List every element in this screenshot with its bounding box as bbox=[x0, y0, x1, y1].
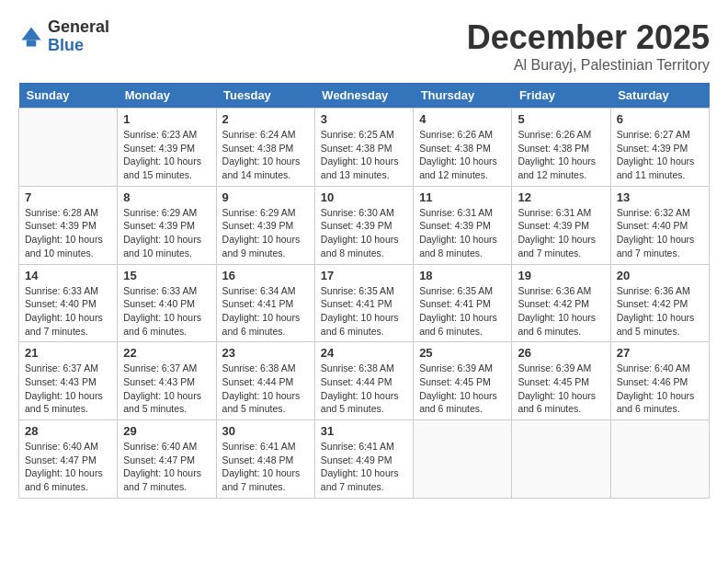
day-of-week-header: Saturday bbox=[610, 83, 709, 109]
day-number: 27 bbox=[617, 346, 703, 360]
calendar-day-cell: 15Sunrise: 6:33 AMSunset: 4:40 PMDayligh… bbox=[118, 264, 216, 342]
day-info: Sunrise: 6:31 AMSunset: 4:39 PMDaylight:… bbox=[518, 206, 604, 260]
day-info: Sunrise: 6:25 AMSunset: 4:38 PMDaylight:… bbox=[321, 128, 407, 182]
day-info: Sunrise: 6:28 AMSunset: 4:39 PMDaylight:… bbox=[25, 206, 111, 260]
calendar-day-cell: 3Sunrise: 6:25 AMSunset: 4:38 PMDaylight… bbox=[314, 109, 413, 187]
calendar-day-cell: 8Sunrise: 6:29 AMSunset: 4:39 PMDaylight… bbox=[118, 186, 216, 264]
calendar-day-cell: 10Sunrise: 6:30 AMSunset: 4:39 PMDayligh… bbox=[314, 186, 413, 264]
day-number: 1 bbox=[123, 112, 210, 126]
day-info: Sunrise: 6:26 AMSunset: 4:38 PMDaylight:… bbox=[518, 128, 604, 182]
calendar-day-cell: 11Sunrise: 6:31 AMSunset: 4:39 PMDayligh… bbox=[414, 186, 512, 264]
day-info: Sunrise: 6:39 AMSunset: 4:45 PMDaylight:… bbox=[518, 362, 604, 416]
calendar-day-cell: 23Sunrise: 6:38 AMSunset: 4:44 PMDayligh… bbox=[216, 342, 314, 420]
day-number: 29 bbox=[123, 424, 210, 438]
day-of-week-header: Monday bbox=[118, 83, 216, 109]
day-number: 21 bbox=[25, 346, 111, 360]
calendar-day-cell: 24Sunrise: 6:38 AMSunset: 4:44 PMDayligh… bbox=[314, 342, 413, 420]
logo-blue: Blue bbox=[48, 37, 109, 55]
day-number: 14 bbox=[25, 269, 111, 282]
day-number: 16 bbox=[222, 269, 309, 282]
day-number: 18 bbox=[419, 269, 506, 282]
calendar-day-cell: 5Sunrise: 6:26 AMSunset: 4:38 PMDaylight… bbox=[512, 109, 610, 187]
day-number: 8 bbox=[123, 190, 210, 204]
day-number: 19 bbox=[518, 269, 604, 282]
day-number: 23 bbox=[222, 346, 309, 360]
calendar-day-cell: 18Sunrise: 6:35 AMSunset: 4:41 PMDayligh… bbox=[414, 264, 512, 342]
day-info: Sunrise: 6:23 AMSunset: 4:39 PMDaylight:… bbox=[123, 128, 210, 182]
day-number: 22 bbox=[123, 346, 210, 360]
day-number: 25 bbox=[419, 346, 506, 360]
calendar-day-cell: 13Sunrise: 6:32 AMSunset: 4:40 PMDayligh… bbox=[610, 186, 709, 264]
calendar-day-cell: 19Sunrise: 6:36 AMSunset: 4:42 PMDayligh… bbox=[512, 264, 610, 342]
day-info: Sunrise: 6:35 AMSunset: 4:41 PMDaylight:… bbox=[419, 284, 506, 339]
day-number: 2 bbox=[222, 112, 309, 126]
logo-text: General Blue bbox=[48, 18, 109, 55]
day-of-week-header: Sunday bbox=[19, 83, 118, 109]
calendar-day-cell: 12Sunrise: 6:31 AMSunset: 4:39 PMDayligh… bbox=[512, 186, 610, 264]
calendar-day-cell: 1Sunrise: 6:23 AMSunset: 4:39 PMDaylight… bbox=[118, 109, 216, 187]
day-info: Sunrise: 6:30 AMSunset: 4:39 PMDaylight:… bbox=[321, 206, 407, 260]
day-info: Sunrise: 6:24 AMSunset: 4:38 PMDaylight:… bbox=[222, 128, 309, 182]
day-info: Sunrise: 6:37 AMSunset: 4:43 PMDaylight:… bbox=[123, 362, 210, 416]
svg-rect-1 bbox=[27, 40, 37, 46]
day-of-week-header: Friday bbox=[512, 83, 610, 109]
day-info: Sunrise: 6:38 AMSunset: 4:44 PMDaylight:… bbox=[222, 362, 309, 416]
day-number: 28 bbox=[25, 424, 111, 438]
calendar-day-cell bbox=[19, 109, 118, 187]
day-info: Sunrise: 6:41 AMSunset: 4:48 PMDaylight:… bbox=[222, 440, 309, 494]
calendar-week-row: 28Sunrise: 6:40 AMSunset: 4:47 PMDayligh… bbox=[19, 420, 710, 499]
day-info: Sunrise: 6:29 AMSunset: 4:39 PMDaylight:… bbox=[123, 206, 210, 260]
day-info: Sunrise: 6:38 AMSunset: 4:44 PMDaylight:… bbox=[321, 362, 407, 416]
day-number: 13 bbox=[617, 190, 703, 204]
day-info: Sunrise: 6:39 AMSunset: 4:45 PMDaylight:… bbox=[419, 362, 506, 416]
day-number: 7 bbox=[25, 190, 111, 204]
calendar-week-row: 7Sunrise: 6:28 AMSunset: 4:39 PMDaylight… bbox=[19, 186, 710, 264]
day-number: 4 bbox=[419, 112, 506, 126]
day-number: 3 bbox=[321, 112, 407, 126]
calendar-week-row: 14Sunrise: 6:33 AMSunset: 4:40 PMDayligh… bbox=[19, 264, 710, 342]
day-info: Sunrise: 6:35 AMSunset: 4:41 PMDaylight:… bbox=[321, 284, 407, 339]
day-number: 30 bbox=[222, 424, 309, 438]
day-number: 9 bbox=[222, 190, 309, 204]
day-number: 11 bbox=[419, 190, 506, 204]
day-number: 31 bbox=[321, 424, 407, 438]
calendar-week-row: 1Sunrise: 6:23 AMSunset: 4:39 PMDaylight… bbox=[19, 109, 710, 187]
day-info: Sunrise: 6:40 AMSunset: 4:46 PMDaylight:… bbox=[617, 362, 703, 416]
day-info: Sunrise: 6:40 AMSunset: 4:47 PMDaylight:… bbox=[25, 440, 111, 494]
day-info: Sunrise: 6:26 AMSunset: 4:38 PMDaylight:… bbox=[419, 128, 506, 182]
calendar-day-cell: 29Sunrise: 6:40 AMSunset: 4:47 PMDayligh… bbox=[118, 420, 216, 499]
page-header: General Blue December 2025 Al Burayj, Pa… bbox=[18, 18, 710, 74]
day-number: 10 bbox=[321, 190, 407, 204]
day-info: Sunrise: 6:36 AMSunset: 4:42 PMDaylight:… bbox=[518, 284, 604, 339]
calendar-day-cell bbox=[414, 420, 512, 499]
day-info: Sunrise: 6:32 AMSunset: 4:40 PMDaylight:… bbox=[617, 206, 703, 260]
calendar-day-cell: 26Sunrise: 6:39 AMSunset: 4:45 PMDayligh… bbox=[512, 342, 610, 420]
calendar-day-cell: 14Sunrise: 6:33 AMSunset: 4:40 PMDayligh… bbox=[19, 264, 118, 342]
calendar-day-cell: 27Sunrise: 6:40 AMSunset: 4:46 PMDayligh… bbox=[610, 342, 709, 420]
logo-icon bbox=[18, 24, 44, 50]
day-number: 6 bbox=[617, 112, 703, 126]
title-block: December 2025 Al Burayj, Palestinian Ter… bbox=[467, 18, 710, 74]
day-info: Sunrise: 6:37 AMSunset: 4:43 PMDaylight:… bbox=[25, 362, 111, 416]
calendar-day-cell: 28Sunrise: 6:40 AMSunset: 4:47 PMDayligh… bbox=[19, 420, 118, 499]
day-of-week-header: Wednesday bbox=[314, 83, 413, 109]
calendar-day-cell: 22Sunrise: 6:37 AMSunset: 4:43 PMDayligh… bbox=[118, 342, 216, 420]
calendar-day-cell: 6Sunrise: 6:27 AMSunset: 4:39 PMDaylight… bbox=[610, 109, 709, 187]
day-info: Sunrise: 6:31 AMSunset: 4:39 PMDaylight:… bbox=[419, 206, 506, 260]
calendar-day-cell bbox=[512, 420, 610, 499]
calendar-day-cell: 7Sunrise: 6:28 AMSunset: 4:39 PMDaylight… bbox=[19, 186, 118, 264]
logo-general: General bbox=[48, 18, 109, 37]
calendar-week-row: 21Sunrise: 6:37 AMSunset: 4:43 PMDayligh… bbox=[19, 342, 710, 420]
day-info: Sunrise: 6:41 AMSunset: 4:49 PMDaylight:… bbox=[321, 440, 407, 494]
day-of-week-header: Tuesday bbox=[216, 83, 314, 109]
calendar-day-cell: 31Sunrise: 6:41 AMSunset: 4:49 PMDayligh… bbox=[314, 420, 413, 499]
calendar-day-cell: 17Sunrise: 6:35 AMSunset: 4:41 PMDayligh… bbox=[314, 264, 413, 342]
calendar-day-cell: 4Sunrise: 6:26 AMSunset: 4:38 PMDaylight… bbox=[414, 109, 512, 187]
logo: General Blue bbox=[18, 18, 109, 55]
day-of-week-header: Thursday bbox=[414, 83, 512, 109]
day-number: 15 bbox=[123, 269, 210, 282]
day-info: Sunrise: 6:27 AMSunset: 4:39 PMDaylight:… bbox=[617, 128, 703, 182]
day-info: Sunrise: 6:34 AMSunset: 4:41 PMDaylight:… bbox=[222, 284, 309, 339]
calendar-body: 1Sunrise: 6:23 AMSunset: 4:39 PMDaylight… bbox=[19, 109, 710, 499]
calendar-day-cell: 25Sunrise: 6:39 AMSunset: 4:45 PMDayligh… bbox=[414, 342, 512, 420]
